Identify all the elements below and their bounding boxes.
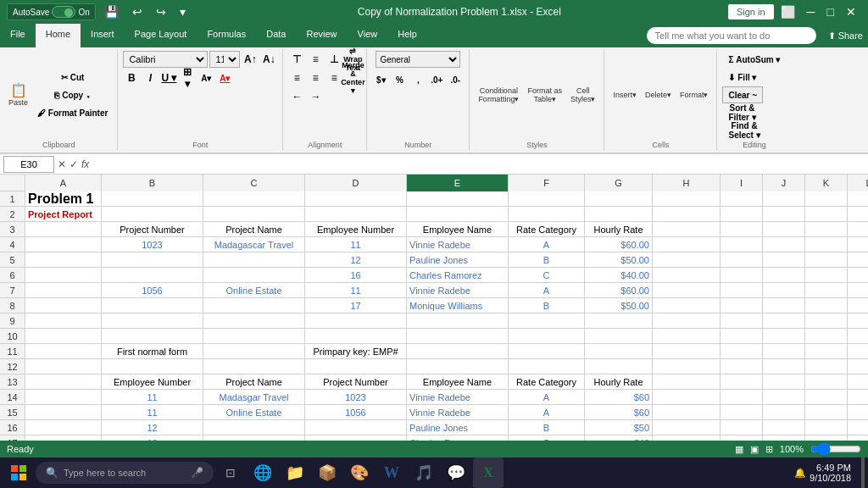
cell-d10[interactable] — [305, 329, 407, 344]
chrome-button[interactable]: 🌐 — [248, 458, 278, 488]
cell-e1[interactable] — [407, 191, 509, 207]
cell-l11[interactable] — [848, 344, 868, 359]
cell-g14[interactable]: $60 — [585, 390, 653, 405]
cancel-formula-icon[interactable]: ✕ — [58, 158, 66, 170]
row-num-14[interactable]: 14 — [0, 390, 25, 405]
cell-d6[interactable]: 16 — [305, 268, 407, 283]
tab-file[interactable]: File — [0, 24, 36, 47]
cell-j5[interactable] — [763, 252, 805, 268]
cell-i5[interactable] — [721, 252, 763, 268]
cell-d13[interactable]: Project Number — [305, 374, 407, 390]
cell-e11[interactable] — [407, 344, 509, 359]
cell-j7[interactable] — [763, 283, 805, 298]
align-left-button[interactable]: ≡ — [288, 69, 305, 86]
tab-data[interactable]: Data — [256, 24, 296, 47]
indent-increase-button[interactable]: → — [307, 88, 324, 105]
increase-decimal-button[interactable]: .0+ — [428, 71, 445, 88]
cell-g5[interactable]: $50.00 — [585, 252, 653, 268]
cell-j6[interactable] — [763, 268, 805, 283]
row-num-9[interactable]: 9 — [0, 313, 25, 329]
cut-button[interactable]: ✂ Cut — [33, 69, 112, 86]
border-button[interactable]: ⊞ ▾ — [179, 69, 196, 86]
view-layout-button[interactable]: ▣ — [750, 444, 759, 455]
cell-i14[interactable] — [721, 390, 763, 405]
cell-a10[interactable] — [25, 329, 102, 344]
font-color-button[interactable]: A▾ — [216, 69, 233, 86]
cell-c12[interactable] — [203, 359, 305, 374]
indent-decrease-button[interactable]: ← — [288, 88, 305, 105]
cell-d12[interactable] — [305, 359, 407, 374]
cell-l12[interactable] — [848, 359, 868, 374]
cell-l6[interactable] — [848, 268, 868, 283]
tab-view[interactable]: View — [348, 24, 388, 47]
fill-color-button[interactable]: A▾ — [198, 69, 214, 86]
decrease-font-button[interactable]: A↓ — [260, 51, 277, 68]
cell-d5[interactable]: 12 — [305, 252, 407, 268]
cell-c4[interactable]: Madagascar Travel — [203, 237, 305, 252]
formula-input[interactable] — [92, 156, 865, 173]
cell-k3[interactable] — [805, 222, 848, 237]
cell-g11[interactable] — [585, 344, 653, 359]
cell-i13[interactable] — [721, 374, 763, 390]
comma-button[interactable]: , — [409, 71, 426, 88]
row-num-7[interactable]: 7 — [0, 283, 25, 298]
cell-d7[interactable]: 11 — [305, 283, 407, 298]
align-top-button[interactable]: ⊤ — [288, 51, 305, 68]
cell-j10[interactable] — [763, 329, 805, 344]
cell-f3[interactable]: Rate Category — [509, 222, 585, 237]
percent-button[interactable]: % — [391, 71, 408, 88]
cell-d15[interactable]: 1056 — [305, 405, 407, 420]
cell-b15[interactable]: 11 — [102, 405, 203, 420]
cell-j12[interactable] — [763, 359, 805, 374]
cell-c13[interactable]: Project Name — [203, 374, 305, 390]
col-header-i[interactable]: I — [721, 175, 763, 191]
share-button[interactable]: ⬆ Share — [823, 24, 868, 47]
cell-h14[interactable] — [653, 390, 721, 405]
cell-d2[interactable] — [305, 207, 407, 222]
cell-f6[interactable]: C — [509, 268, 585, 283]
cell-h2[interactable] — [653, 207, 721, 222]
cell-h1[interactable] — [653, 191, 721, 207]
cell-d8[interactable]: 17 — [305, 298, 407, 313]
increase-font-button[interactable]: A↑ — [242, 51, 259, 68]
cell-d9[interactable] — [305, 313, 407, 329]
spotify-button[interactable]: 🎵 — [409, 458, 439, 488]
cell-l10[interactable] — [848, 329, 868, 344]
cell-a4[interactable] — [25, 237, 102, 252]
slack-button[interactable]: 💬 — [441, 458, 471, 488]
cell-c14[interactable]: Madasgar Travel — [203, 390, 305, 405]
sort-filter-button[interactable]: Sort &Filter ▾ — [722, 104, 761, 121]
cell-f4[interactable]: A — [509, 237, 585, 252]
tab-review[interactable]: Review — [296, 24, 347, 47]
cell-b5[interactable] — [102, 252, 203, 268]
cell-d16[interactable] — [305, 420, 407, 435]
tab-formulas[interactable]: Formulas — [197, 24, 256, 47]
cell-e16[interactable]: Pauline Jones — [407, 420, 509, 435]
tab-page-layout[interactable]: Page Layout — [125, 24, 198, 47]
confirm-formula-icon[interactable]: ✓ — [70, 158, 78, 170]
undo-button[interactable]: ↩ — [127, 3, 147, 20]
col-header-l[interactable]: L — [848, 175, 868, 191]
tab-insert[interactable]: Insert — [81, 24, 125, 47]
cell-l15[interactable] — [848, 405, 868, 420]
cell-j8[interactable] — [763, 298, 805, 313]
cell-b9[interactable] — [102, 313, 203, 329]
cell-h8[interactable] — [653, 298, 721, 313]
cell-j4[interactable] — [763, 237, 805, 252]
cell-c10[interactable] — [203, 329, 305, 344]
cell-a16[interactable] — [25, 420, 102, 435]
cell-i10[interactable] — [721, 329, 763, 344]
app4-button[interactable]: 🎨 — [344, 458, 375, 488]
paste-button[interactable]: 📋 Paste — [5, 82, 31, 108]
autosum-button[interactable]: Σ AutoSum ▾ — [722, 51, 786, 68]
cell-c15[interactable]: Online Estate — [203, 405, 305, 420]
cell-e9[interactable] — [407, 313, 509, 329]
cell-j14[interactable] — [763, 390, 805, 405]
col-header-j[interactable]: J — [763, 175, 805, 191]
save-button[interactable]: 💾 — [99, 3, 124, 20]
cell-c5[interactable] — [203, 252, 305, 268]
col-header-h[interactable]: H — [653, 175, 721, 191]
cell-f9[interactable] — [509, 313, 585, 329]
cell-g1[interactable] — [585, 191, 653, 207]
cell-k6[interactable] — [805, 268, 848, 283]
